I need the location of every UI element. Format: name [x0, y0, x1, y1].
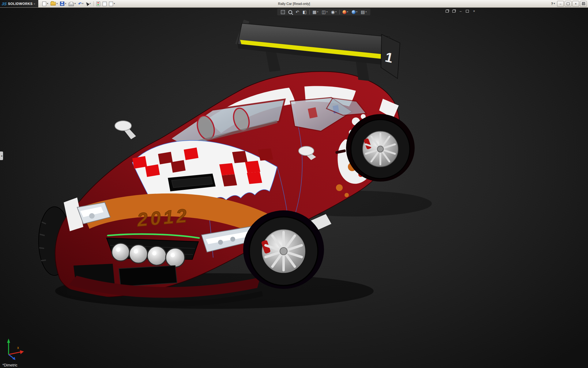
- minimize-document-icon: –: [460, 9, 462, 13]
- print-icon: [69, 3, 74, 6]
- left-mirror: [115, 121, 131, 131]
- front-right-wheel[interactable]: [243, 210, 324, 289]
- minimize-window-button[interactable]: –: [557, 1, 564, 7]
- save-button[interactable]: ▾: [59, 1, 67, 6]
- license-plate: [119, 266, 177, 286]
- tile-windows-icon: [452, 10, 455, 13]
- tile-windows-button[interactable]: [451, 9, 456, 13]
- select-caret-icon[interactable]: ▾: [89, 2, 91, 5]
- previous-view-button[interactable]: ↶: [295, 10, 300, 14]
- rebuild-icon: [96, 2, 100, 6]
- view-orientation-caret-icon: ▾: [317, 11, 318, 13]
- hide-show-items-icon: ◉: [331, 10, 335, 14]
- close-icon: ×: [575, 2, 577, 6]
- new-window-button[interactable]: [445, 9, 450, 13]
- restore-document-button[interactable]: [465, 9, 470, 13]
- select-cursor-icon: [85, 1, 90, 6]
- options-button[interactable]: ▾: [108, 1, 116, 7]
- minimize-document-button[interactable]: –: [458, 9, 463, 13]
- undo-button[interactable]: ↶ ▾: [77, 1, 84, 6]
- view-settings-button[interactable]: ▤ ▾: [360, 10, 367, 14]
- view-orientation-label: *Dimetric: [2, 363, 17, 367]
- section-view-button[interactable]: ◧: [302, 10, 307, 14]
- document-window-controls: – ×: [445, 9, 477, 13]
- maximize-window-button[interactable]: [565, 1, 571, 7]
- view-orientation-icon: ▦: [312, 10, 316, 14]
- solidworks-logo-mark-icon: 3S: [2, 2, 7, 6]
- help-icon: ?: [551, 2, 553, 6]
- view-settings-caret-icon: ▾: [365, 11, 367, 13]
- solidworks-menu-button[interactable]: 3S SOLIDWORKS ▸: [0, 0, 38, 7]
- apply-scene-icon: [352, 10, 356, 14]
- previous-view-icon: ↶: [296, 10, 299, 14]
- hud-separator: [309, 10, 310, 14]
- apply-scene-caret-icon: ▾: [356, 11, 357, 13]
- x-axis-label: x: [17, 346, 19, 350]
- reference-triad[interactable]: x: [3, 335, 29, 361]
- minimize-icon: –: [560, 2, 561, 6]
- undo-caret-icon[interactable]: ▾: [82, 2, 83, 5]
- grid-icon: [582, 2, 585, 5]
- print-caret-icon[interactable]: ▾: [74, 2, 76, 5]
- rebuild-button[interactable]: [96, 1, 101, 7]
- zoom-to-fit-button[interactable]: [280, 10, 285, 14]
- zoom-to-area-icon: [288, 10, 292, 14]
- customize-button[interactable]: [580, 1, 587, 7]
- display-style-caret-icon: ▾: [326, 11, 328, 13]
- solidworks-logo-text: SOLIDWORKS: [8, 2, 33, 6]
- new-window-icon: [446, 10, 449, 13]
- hide-show-caret-icon: ▾: [335, 11, 337, 13]
- options-icon: [109, 2, 113, 6]
- heads-up-view-toolbar: ↶ ◧ ▦ ▾ ◫ ▾ ◉ ▾ ▾ ▾ ▤ ▾: [277, 9, 370, 15]
- new-document-icon: [42, 2, 46, 6]
- hud-separator: [339, 10, 340, 14]
- file-properties-button[interactable]: [102, 1, 107, 7]
- restore-document-icon: [466, 10, 469, 13]
- x-axis-arrow-icon: [20, 350, 24, 354]
- print-button[interactable]: ▾: [68, 1, 77, 7]
- display-style-button[interactable]: ◫ ▾: [321, 10, 328, 14]
- view-orientation-button[interactable]: ▦ ▾: [312, 10, 319, 14]
- close-document-icon: ×: [473, 9, 475, 13]
- quick-access-toolbar: ▾ ▾ ▾ ▾ ↶ ▾ ▾ ▾: [38, 1, 116, 7]
- display-style-icon: ◫: [322, 10, 326, 14]
- open-folder-icon: [51, 2, 56, 6]
- maximize-icon: [567, 2, 570, 5]
- file-properties-icon: [103, 2, 107, 6]
- apply-scene-button[interactable]: ▾: [351, 10, 358, 14]
- save-caret-icon[interactable]: ▾: [65, 2, 66, 5]
- zoom-to-area-button[interactable]: [288, 10, 293, 14]
- close-window-button[interactable]: ×: [572, 1, 579, 7]
- edit-appearance-icon: [342, 10, 346, 14]
- window-controls: ? ▾ – ×: [550, 1, 588, 7]
- close-document-button[interactable]: ×: [472, 9, 477, 13]
- y-axis-arrow-icon: [7, 339, 10, 343]
- edit-appearance-caret-icon: ▾: [347, 11, 348, 13]
- options-caret-icon[interactable]: ▾: [114, 2, 115, 5]
- undo-arrow-icon: ↶: [78, 2, 81, 6]
- new-document-button[interactable]: ▾: [41, 1, 49, 7]
- rear-right-wheel[interactable]: [346, 114, 415, 182]
- menu-expand-icon: ▸: [34, 2, 36, 5]
- graphics-viewport[interactable]: 2012: [0, 7, 588, 368]
- rally-car-model[interactable]: 2012: [0, 7, 588, 368]
- save-floppy-icon: [60, 2, 64, 6]
- open-caret-icon[interactable]: ▾: [56, 2, 58, 5]
- featuremanager-collapse-tab[interactable]: ◂: [0, 151, 3, 160]
- view-settings-icon: ▤: [361, 10, 365, 14]
- zoom-to-fit-icon: [281, 10, 285, 14]
- edit-appearance-button[interactable]: ▾: [342, 10, 349, 14]
- help-caret-icon: ▾: [554, 2, 555, 5]
- new-document-caret-icon[interactable]: ▾: [47, 2, 48, 5]
- toolbar-separator: [93, 1, 94, 6]
- select-button[interactable]: ▾: [85, 1, 92, 6]
- right-mirror: [299, 146, 314, 155]
- section-view-icon: ◧: [303, 10, 307, 14]
- title-bar: 3S SOLIDWORKS ▸ ▾ ▾ ▾ ▾ ↶ ▾ ▾: [0, 0, 588, 8]
- help-button[interactable]: ? ▾: [550, 2, 556, 6]
- open-button[interactable]: ▾: [50, 1, 58, 6]
- hide-show-items-button[interactable]: ◉ ▾: [330, 10, 337, 14]
- collapse-arrow-icon: ◂: [1, 154, 2, 157]
